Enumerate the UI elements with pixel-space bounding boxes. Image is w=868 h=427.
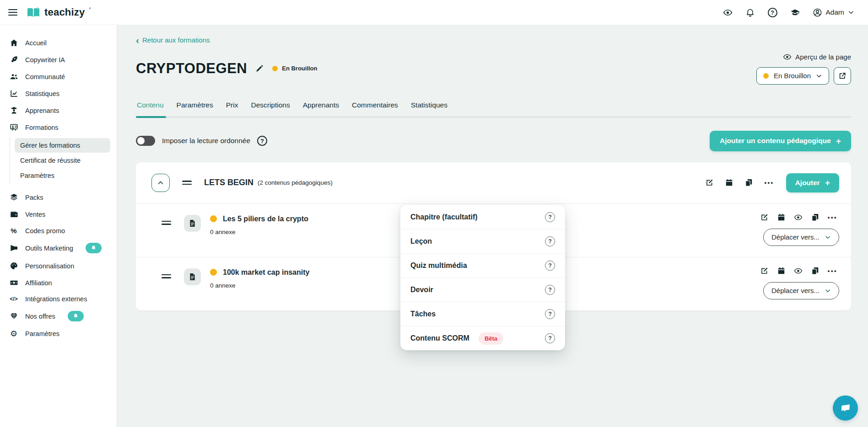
calendar-icon[interactable] bbox=[777, 267, 786, 275]
percent-icon: % bbox=[9, 227, 18, 235]
sidebar-item-outils-marketing[interactable]: Outils Marketing bbox=[0, 239, 117, 257]
edit-icon[interactable] bbox=[760, 213, 769, 222]
sidebar-item-apprenants[interactable]: Apprenants bbox=[0, 102, 117, 119]
sidebar-item-codes-promo[interactable]: % Codes promo bbox=[0, 223, 117, 239]
drag-handle-icon[interactable] bbox=[162, 272, 171, 299]
calendar-icon[interactable] bbox=[725, 178, 733, 187]
calendar-icon[interactable] bbox=[777, 213, 786, 222]
user-menu[interactable]: Adam bbox=[813, 8, 855, 17]
help-icon[interactable]: ? bbox=[768, 8, 777, 17]
help-icon[interactable]: ? bbox=[545, 309, 555, 319]
tab-statistiques[interactable]: Statistiques bbox=[410, 101, 448, 116]
drag-handle-icon[interactable] bbox=[162, 219, 171, 246]
app-logo[interactable]: teachizy ° bbox=[27, 6, 91, 18]
menu-item-quiz-multimedia[interactable]: Quiz multimédia ? bbox=[400, 253, 565, 278]
copy-icon[interactable] bbox=[811, 267, 819, 275]
sidebar-item-copywriter-ia[interactable]: Copywriter IA bbox=[0, 51, 117, 68]
help-icon[interactable]: ? bbox=[545, 333, 555, 343]
back-link[interactable]: ‹ Retour aux formations bbox=[136, 36, 210, 44]
drag-handle-icon[interactable] bbox=[182, 179, 192, 187]
add-to-chapter-button[interactable]: Ajouter + bbox=[786, 173, 839, 192]
tab-prix[interactable]: Prix bbox=[225, 101, 239, 116]
active-tab-indicator bbox=[136, 116, 166, 118]
topbar: teachizy ° ? Adam bbox=[0, 0, 868, 25]
help-icon[interactable]: ? bbox=[545, 236, 555, 246]
banknote-icon bbox=[9, 278, 18, 287]
ordered-reading-toggle[interactable] bbox=[136, 136, 155, 146]
sidebar-item-accueil[interactable]: Accueil bbox=[0, 34, 117, 51]
sidebar-item-personnalisation[interactable]: Personnalisation bbox=[0, 257, 117, 274]
tab-contenu[interactable]: Contenu bbox=[136, 101, 165, 116]
eye-icon[interactable] bbox=[794, 213, 803, 222]
collapse-chapter-button[interactable] bbox=[151, 174, 170, 192]
sidebar-item-label: Accueil bbox=[25, 39, 47, 47]
chart-icon bbox=[9, 89, 18, 98]
chevron-down-icon bbox=[848, 9, 854, 16]
notifications-bell-icon[interactable] bbox=[745, 8, 755, 17]
annex-count: 0 annexe bbox=[210, 282, 309, 289]
edit-icon[interactable] bbox=[760, 267, 769, 275]
sidebar-item-affiliation[interactable]: Affiliation bbox=[0, 274, 117, 291]
sidebar-item-statistiques[interactable]: Statistiques bbox=[0, 85, 117, 102]
sidebar-item-communaute[interactable]: Communauté bbox=[0, 68, 117, 85]
help-icon[interactable]: ? bbox=[545, 261, 555, 271]
chapter-content-count: (2 contenus pédagogiques) bbox=[258, 179, 333, 186]
tab-apprenants[interactable]: Apprenants bbox=[302, 101, 340, 116]
academy-graduation-cap-icon[interactable] bbox=[790, 8, 800, 17]
formations-submenu: Gérer les formations Certificat de réuss… bbox=[10, 137, 117, 184]
menu-item-chapitre[interactable]: Chapitre (facultatif) ? bbox=[400, 205, 565, 229]
chat-bubble-icon bbox=[839, 401, 852, 415]
wallet-icon bbox=[9, 210, 18, 219]
preview-eye-icon[interactable] bbox=[723, 8, 733, 17]
sidebar-item-ventes[interactable]: Ventes bbox=[0, 206, 117, 223]
notification-badge[interactable] bbox=[86, 243, 102, 253]
status-dot-icon bbox=[210, 269, 217, 276]
sidebar-item-label: Affiliation bbox=[25, 279, 52, 287]
back-link-label: Retour aux formations bbox=[142, 36, 210, 44]
hamburger-menu-icon[interactable] bbox=[8, 7, 17, 18]
more-options-icon[interactable]: ••• bbox=[828, 267, 837, 274]
megaphone-icon bbox=[9, 244, 18, 252]
tab-descriptions[interactable]: Descriptions bbox=[250, 101, 291, 116]
submenu-item-gerer-les-formations[interactable]: Gérer les formations bbox=[15, 138, 110, 153]
copy-icon[interactable] bbox=[811, 213, 819, 222]
menu-item-label: Devoir bbox=[410, 286, 433, 294]
edit-icon[interactable] bbox=[705, 178, 714, 187]
copy-icon[interactable] bbox=[744, 178, 753, 187]
menu-item-contenu-scorm[interactable]: Contenu SCORM Bêta ? bbox=[400, 326, 565, 350]
help-icon[interactable]: ? bbox=[257, 136, 267, 146]
move-to-dropdown[interactable]: Déplacer vers... bbox=[763, 282, 839, 299]
help-icon[interactable]: ? bbox=[545, 285, 555, 295]
status-dropdown-button[interactable]: En Brouillon bbox=[756, 67, 829, 85]
sidebar-item-parametres[interactable]: ⚙ Paramètres bbox=[0, 326, 117, 342]
sidebar-item-integrations-externes[interactable]: </> Intégrations externes bbox=[0, 291, 117, 307]
move-to-dropdown[interactable]: Déplacer vers... bbox=[763, 229, 839, 246]
edit-title-pencil-icon[interactable] bbox=[255, 64, 264, 73]
sidebar-item-label: Packs bbox=[25, 194, 43, 201]
eye-icon[interactable] bbox=[794, 267, 803, 275]
plus-icon: + bbox=[825, 178, 830, 187]
add-content-button-top[interactable]: Ajouter un contenu pédagogique + bbox=[710, 131, 851, 151]
logo-text: teachizy bbox=[44, 6, 85, 18]
tab-commentaires[interactable]: Commentaires bbox=[351, 101, 399, 116]
more-options-icon[interactable]: ••• bbox=[764, 179, 774, 186]
palette-icon bbox=[9, 262, 18, 270]
share-button[interactable] bbox=[834, 67, 851, 85]
submenu-item-parametres[interactable]: Paramètres bbox=[15, 168, 110, 183]
chat-widget-button[interactable] bbox=[833, 395, 858, 421]
more-options-icon[interactable]: ••• bbox=[828, 214, 837, 221]
page-preview-link[interactable]: Aperçu de la page bbox=[783, 53, 851, 61]
main-content: ‹ Retour aux formations CRYPTODEGEN En B… bbox=[117, 25, 868, 427]
sidebar-item-packs[interactable]: Packs bbox=[0, 189, 117, 206]
submenu-item-certificat[interactable]: Certificat de réussite bbox=[15, 153, 110, 168]
sidebar-item-nos-offres[interactable]: Nos offres bbox=[0, 307, 117, 326]
menu-item-lecon[interactable]: Leçon ? bbox=[400, 229, 565, 253]
notification-badge[interactable] bbox=[68, 311, 84, 321]
tab-parametres[interactable]: Paramètres bbox=[176, 101, 214, 116]
sidebar-item-formations[interactable]: Formations bbox=[0, 119, 117, 136]
help-icon[interactable]: ? bbox=[545, 212, 555, 222]
sidebar-item-label: Personnalisation bbox=[25, 262, 74, 270]
menu-item-taches[interactable]: Tâches ? bbox=[400, 302, 565, 326]
add-content-label: Ajouter un contenu pédagogique bbox=[720, 137, 831, 145]
menu-item-devoir[interactable]: Devoir ? bbox=[400, 278, 565, 302]
